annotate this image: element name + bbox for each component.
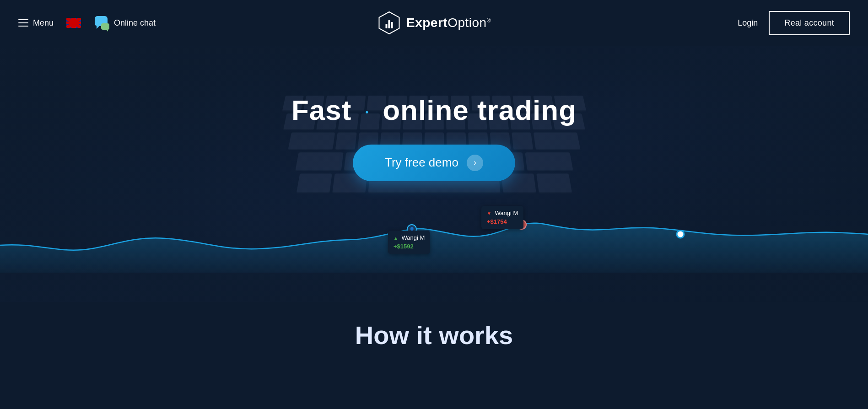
wave-chart: 👤 👤 xyxy=(0,199,868,273)
trader-name-1: Wangi M xyxy=(402,234,425,241)
arrow-right-icon: › xyxy=(467,155,483,171)
svg-point-8 xyxy=(677,231,684,238)
hero-section: Fast • online trading Try free demo › 👤 xyxy=(0,46,868,302)
logo-icon xyxy=(377,11,401,35)
profit-2: +$1754 xyxy=(487,217,518,226)
arrow-up-icon-1: ▲ xyxy=(394,236,398,241)
chat-icon xyxy=(94,16,109,30)
how-it-works-section: How it works xyxy=(0,302,868,359)
profit-1: +$1592 xyxy=(394,242,425,251)
hero-title: Fast • online trading xyxy=(291,94,577,126)
navbar: Menu Online chat ExpertOption® Login Rea… xyxy=(0,0,868,46)
logo-text: ExpertOption® xyxy=(406,16,491,30)
svg-rect-2 xyxy=(388,20,390,28)
title-dot: • xyxy=(366,108,369,117)
trade-label-2: ▼ Wangi M +$1754 xyxy=(481,206,523,229)
menu-label: Menu xyxy=(33,18,54,28)
chat-bubble-small xyxy=(101,23,109,30)
menu-button[interactable]: Menu xyxy=(18,18,54,28)
hamburger-icon xyxy=(18,19,28,27)
svg-rect-3 xyxy=(391,22,393,28)
logo[interactable]: ExpertOption® xyxy=(377,11,491,35)
trade-label-1: ▲ Wangi M +$1592 xyxy=(388,231,430,254)
arrow-down-icon-2: ▼ xyxy=(487,211,491,216)
chat-label: Online chat xyxy=(114,18,156,28)
hero-content: Fast • online trading Try free demo › xyxy=(291,94,577,181)
trader-name-2: Wangi M xyxy=(495,210,518,216)
nav-right: Login Real account xyxy=(738,11,850,35)
online-chat-button[interactable]: Online chat xyxy=(94,16,156,30)
uk-flag-icon[interactable] xyxy=(66,18,81,28)
svg-rect-1 xyxy=(385,24,387,28)
login-button[interactable]: Login xyxy=(738,18,758,28)
nav-left: Menu Online chat xyxy=(18,16,156,30)
try-demo-label: Try free demo xyxy=(385,156,458,170)
wave-section: 👤 👤 ▲ Wangi M +$1592 ▼ Wangi M +$1754 xyxy=(0,199,868,273)
try-demo-button[interactable]: Try free demo › xyxy=(353,145,515,181)
real-account-button[interactable]: Real account xyxy=(769,11,850,35)
how-it-works-title: How it works xyxy=(0,320,868,350)
